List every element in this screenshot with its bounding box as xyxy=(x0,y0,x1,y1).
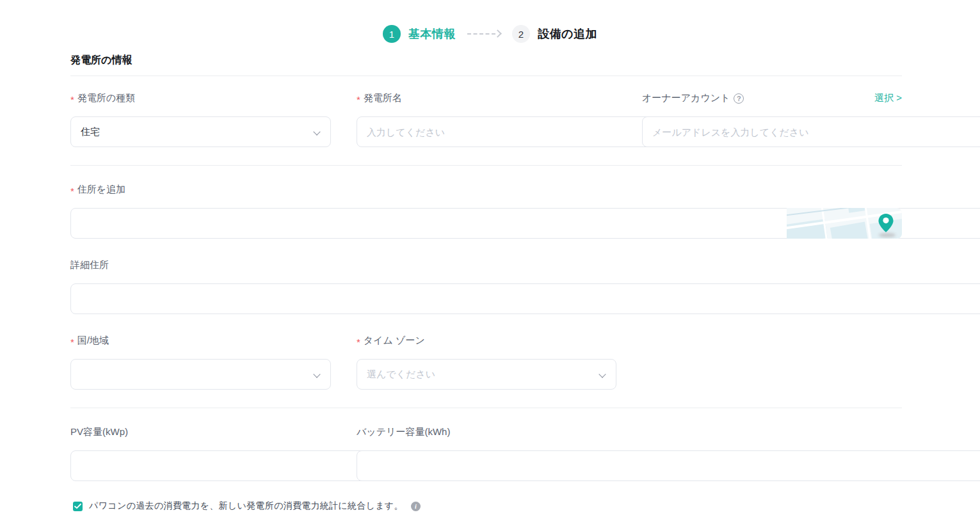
chevron-down-icon xyxy=(600,371,606,377)
plant-type-label: * 発電所の種類 xyxy=(70,92,331,104)
country-label: * 国/地域 xyxy=(70,335,331,347)
step-2-label: 設備の追加 xyxy=(538,26,597,42)
plant-type-select[interactable]: 住宅 xyxy=(70,116,331,147)
step-1-label: 基本情報 xyxy=(408,26,456,42)
owner-select-link[interactable]: 選択 > xyxy=(874,92,902,104)
required-mark: * xyxy=(70,186,74,196)
checkmark-icon xyxy=(74,504,81,509)
location-pin-icon xyxy=(878,213,894,234)
timezone-select[interactable]: 選んでください xyxy=(357,359,616,390)
map-block xyxy=(847,208,865,213)
map-block xyxy=(830,221,868,239)
step-basic-info[interactable]: 1 基本情報 xyxy=(383,25,456,43)
owner-account-label-row: オーナーアカウント ? 選択 > xyxy=(642,92,902,104)
timezone-placeholder: 選んでください xyxy=(367,369,600,381)
info-icon[interactable]: i xyxy=(411,502,421,511)
pin-shadow xyxy=(879,233,896,237)
chevron-down-icon xyxy=(314,371,321,377)
timezone-label: * タイム ゾーン xyxy=(357,335,616,347)
pv-capacity-label: PV容量(kWp) xyxy=(70,426,331,438)
required-mark: * xyxy=(357,337,360,347)
step-1-number: 1 xyxy=(383,25,401,43)
divider xyxy=(70,165,902,166)
required-mark: * xyxy=(357,94,360,105)
stepper: 1 基本情報 2 設備の追加 xyxy=(0,24,980,44)
plant-type-value: 住宅 xyxy=(81,126,314,138)
divider xyxy=(70,75,902,76)
help-question-icon[interactable]: ? xyxy=(734,93,744,104)
owner-email-input[interactable] xyxy=(642,116,980,147)
merge-consumption-row: パワコンの過去の消費電力を、新しい発電所の消費電力統計に統合します。 i xyxy=(73,500,421,512)
chevron-down-icon xyxy=(314,129,321,135)
stepper-connector-arrow-icon xyxy=(467,29,501,38)
address-detail-label: 詳細住所 xyxy=(70,259,109,271)
section-title: 発電所の情報 xyxy=(70,54,132,67)
address-detail-input[interactable] xyxy=(70,283,980,314)
address-label: * 住所を追加 xyxy=(70,184,125,196)
merge-consumption-label: パワコンの過去の消費電力を、新しい発電所の消費電力統計に統合します。 xyxy=(89,500,403,512)
merge-consumption-checkbox[interactable] xyxy=(73,502,83,511)
owner-account-label: オーナーアカウント xyxy=(642,92,730,104)
battery-capacity-label: バッテリー容量(kWh) xyxy=(357,426,616,438)
required-mark: * xyxy=(70,94,74,105)
divider xyxy=(70,408,902,408)
step-add-equipment[interactable]: 2 設備の追加 xyxy=(512,25,597,43)
map-thumbnail[interactable] xyxy=(787,208,902,239)
plant-name-label: * 発電所名 xyxy=(357,92,616,104)
required-mark: * xyxy=(70,337,74,347)
step-2-number: 2 xyxy=(512,25,530,43)
battery-capacity-input[interactable] xyxy=(357,450,980,481)
create-plant-page: 1 基本情報 2 設備の追加 発電所の情報 * 発電所の種類 * 発電所名 オー… xyxy=(0,0,980,524)
country-select[interactable] xyxy=(70,359,331,390)
